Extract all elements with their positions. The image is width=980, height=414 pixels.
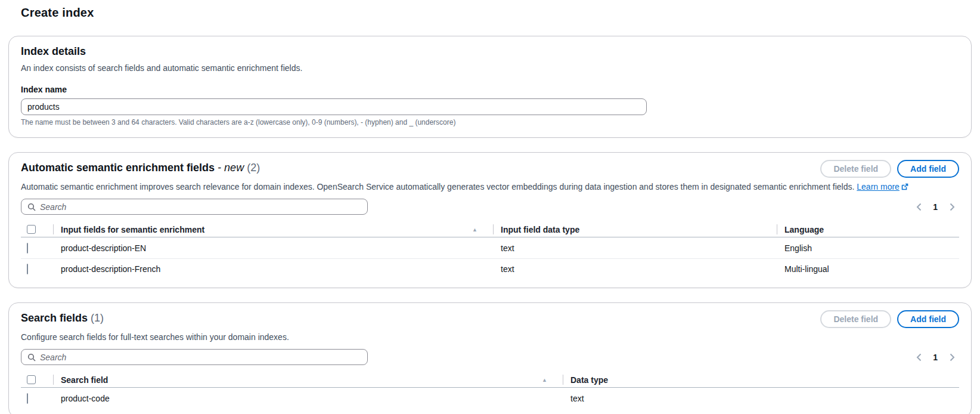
column-header-data-type[interactable]: Data type <box>563 372 959 387</box>
search-fields-card-header: Search fields (1) Delete field Add field <box>21 310 959 328</box>
index-name-hint: The name must be between 3 and 64 charac… <box>21 118 959 126</box>
enrichment-delete-field-button[interactable]: Delete field <box>820 160 891 178</box>
column-header-label: Language <box>784 225 824 234</box>
enrichment-description-text: Automatic semantic enrichment improves s… <box>21 182 854 191</box>
enrichment-title-text: Automatic semantic enrichment fields <box>21 162 215 174</box>
enrichment-search-box[interactable] <box>21 199 368 215</box>
index-name-label: Index name <box>21 85 959 94</box>
sort-ascending-icon[interactable]: ▲ <box>542 377 547 383</box>
cell-data-type: text <box>493 243 777 253</box>
row-checkbox[interactable] <box>27 264 28 274</box>
search-fields-delete-field-button[interactable]: Delete field <box>820 310 891 328</box>
row-select-cell <box>21 264 53 274</box>
next-page-icon[interactable] <box>946 351 958 363</box>
search-fields-current-page[interactable]: 1 <box>933 353 938 362</box>
search-fields-card: Search fields (1) Delete field Add field… <box>8 302 972 414</box>
column-header-language[interactable]: Language <box>777 222 959 237</box>
external-link-icon <box>901 183 908 190</box>
enrichment-title-new-badge: - new <box>218 162 244 174</box>
search-fields-table-header: Search field ▲ Data type <box>21 372 959 388</box>
enrichment-add-field-button[interactable]: Add field <box>897 160 959 178</box>
search-icon <box>27 203 36 211</box>
search-fields-count: (1) <box>91 312 104 324</box>
enrichment-card-header: Automatic semantic enrichment fields - n… <box>21 160 959 178</box>
index-details-description: An index consists of search fields and a… <box>21 63 959 74</box>
cell-field-name: product-code <box>53 394 563 403</box>
search-fields-description: Configure search fields for full-text se… <box>21 332 959 343</box>
enrichment-table-header: Input fields for semantic enrichment ▲ I… <box>21 222 959 237</box>
enrichment-toolbar: 1 <box>21 199 959 215</box>
enrichment-table: Input fields for semantic enrichment ▲ I… <box>21 222 959 279</box>
learn-more-label: Learn more <box>857 182 900 191</box>
column-header-label: Search field <box>61 375 108 385</box>
enrichment-count: (2) <box>247 162 260 174</box>
cell-data-type: text <box>563 394 959 403</box>
column-header-input-fields[interactable]: Input fields for semantic enrichment ▲ <box>53 222 493 237</box>
enrichment-description: Automatic semantic enrichment improves s… <box>21 181 959 193</box>
index-name-input[interactable] <box>21 98 647 115</box>
search-fields-pagination: 1 <box>913 351 958 363</box>
learn-more-link[interactable]: Learn more <box>857 182 908 191</box>
enrichment-search-input[interactable] <box>40 202 361 212</box>
enrichment-pagination: 1 <box>913 201 958 213</box>
cell-language: Multi-lingual <box>777 264 959 274</box>
cell-language: English <box>777 243 959 253</box>
column-header-data-type[interactable]: Input field data type <box>493 222 777 237</box>
index-details-card: Index details An index consists of searc… <box>8 36 972 138</box>
search-fields-table: Search field ▲ Data type product-code te… <box>21 372 959 409</box>
index-details-title: Index details <box>21 44 959 59</box>
select-all-checkbox[interactable] <box>27 225 36 234</box>
column-header-label: Data type <box>570 375 608 385</box>
search-fields-title-text: Search fields <box>21 312 88 324</box>
row-checkbox[interactable] <box>27 393 28 404</box>
column-header-label: Input field data type <box>501 225 579 234</box>
column-header-search-field[interactable]: Search field ▲ <box>53 372 563 387</box>
cell-data-type: text <box>493 264 777 274</box>
row-checkbox[interactable] <box>27 243 28 254</box>
sort-ascending-icon[interactable]: ▲ <box>472 227 477 233</box>
column-header-label: Input fields for semantic enrichment <box>61 225 204 234</box>
search-fields-actions: Delete field Add field <box>820 310 959 328</box>
enrichment-title: Automatic semantic enrichment fields - n… <box>21 160 260 175</box>
search-fields-title: Search fields (1) <box>21 310 104 326</box>
enrichment-current-page[interactable]: 1 <box>933 202 938 212</box>
table-row[interactable]: product-description-French text Multi-li… <box>21 258 959 279</box>
search-fields-search-input[interactable] <box>40 353 361 362</box>
row-select-cell <box>21 394 53 403</box>
cell-field-name: product-description-EN <box>53 243 493 253</box>
header-select-all-cell <box>21 372 53 387</box>
previous-page-icon[interactable] <box>913 201 925 213</box>
cell-field-name: product-description-French <box>53 264 493 274</box>
next-page-icon[interactable] <box>946 201 958 213</box>
table-row[interactable]: product-description-EN text English <box>21 237 959 258</box>
header-select-all-cell <box>21 222 53 237</box>
search-fields-search-box[interactable] <box>21 349 368 365</box>
select-all-checkbox[interactable] <box>27 375 36 384</box>
search-icon <box>27 353 36 362</box>
enrichment-card: Automatic semantic enrichment fields - n… <box>8 152 972 288</box>
row-select-cell <box>21 243 53 253</box>
enrichment-actions: Delete field Add field <box>820 160 959 178</box>
search-fields-toolbar: 1 <box>21 349 959 365</box>
page-title: Create index <box>21 6 980 20</box>
previous-page-icon[interactable] <box>913 351 925 363</box>
table-row[interactable]: product-code text <box>21 388 959 409</box>
search-fields-add-field-button[interactable]: Add field <box>897 310 959 328</box>
